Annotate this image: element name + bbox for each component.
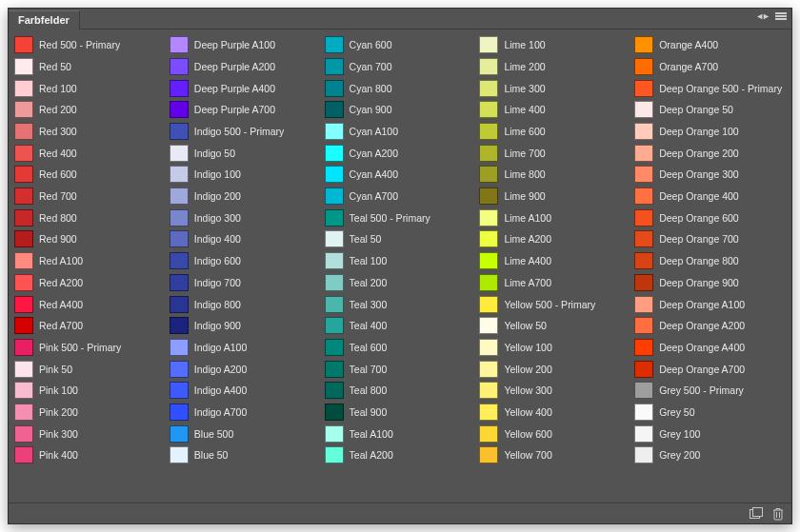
swatch-row[interactable]: Lime 100 [479,35,630,55]
swatch-row[interactable]: Indigo 100 [170,165,321,185]
swatch-row[interactable]: Deep Orange 100 [634,122,786,142]
swatch-row[interactable]: Indigo 200 [170,187,321,207]
swatch-row[interactable]: Cyan 700 [325,57,476,77]
swatch-row[interactable]: Lime A200 [479,229,630,249]
swatch-row[interactable]: Indigo 50 [170,143,321,163]
swatch-row[interactable]: Lime 600 [479,122,630,142]
swatch-row[interactable]: Indigo 600 [170,251,321,271]
swatch-row[interactable]: Red 700 [14,187,166,207]
swatch-row[interactable]: Lime 400 [479,100,630,120]
swatch-row[interactable]: Deep Orange 500 - Primary [634,78,786,98]
swatch-row[interactable]: Red 300 [14,122,166,142]
swatch-row[interactable]: Cyan A200 [325,143,476,163]
swatch-row[interactable]: Yellow 400 [479,403,630,423]
swatch-row[interactable]: Deep Orange 800 [634,251,786,271]
swatch-row[interactable]: Pink 400 [14,445,166,465]
swatch-row[interactable]: Pink 300 [14,424,166,443]
swatch-row[interactable]: Indigo A400 [170,381,321,401]
swatch-row[interactable]: Indigo 800 [170,294,321,314]
swatch-row[interactable]: Red A700 [14,316,166,336]
swatch-row[interactable]: Deep Orange 400 [634,187,786,207]
swatch-row[interactable]: Lime 700 [479,143,630,163]
swatch-row[interactable]: Cyan A400 [325,165,476,185]
swatch-row[interactable]: Teal 100 [325,251,476,271]
swatch-row[interactable]: Red 500 - Primary [14,35,166,55]
swatch-row[interactable]: Indigo A700 [170,403,321,423]
swatch-row[interactable]: Deep Orange A700 [634,359,786,379]
swatch-row[interactable]: Indigo 300 [170,208,321,228]
swatch-row[interactable]: Indigo 900 [170,316,321,336]
swatch-row[interactable]: Indigo A100 [170,338,321,358]
swatch-row[interactable]: Yellow 300 [479,381,630,401]
swatch-row[interactable]: Red A200 [14,273,166,293]
swatch-row[interactable]: Red 100 [14,78,166,98]
swatch-row[interactable]: Red 400 [14,143,166,163]
swatch-row[interactable]: Cyan 800 [325,78,476,98]
swatch-row[interactable]: Orange A700 [634,57,786,77]
swatch-row[interactable]: Yellow 100 [479,338,630,358]
delete-swatch-icon[interactable] [772,507,784,521]
swatch-row[interactable]: Grey 50 [634,403,786,423]
swatch-row[interactable]: Deep Purple A100 [170,35,321,55]
swatch-row[interactable]: Deep Orange A400 [634,338,786,358]
swatch-row[interactable]: Deep Purple A400 [170,78,321,98]
swatch-row[interactable]: Deep Orange 700 [634,229,786,249]
swatch-row[interactable]: Deep Orange 200 [634,143,786,163]
swatch-row[interactable]: Blue 500 [170,424,321,443]
swatch-row[interactable]: Red 900 [14,229,166,249]
swatch-row[interactable]: Yellow 50 [479,316,630,336]
swatch-row[interactable]: Red A400 [14,294,166,314]
swatch-row[interactable]: Yellow 600 [479,424,630,443]
swatch-row[interactable]: Grey 500 - Primary [634,381,786,401]
swatch-row[interactable]: Cyan A700 [325,187,476,207]
swatch-row[interactable]: Teal 700 [325,359,476,379]
swatch-row[interactable]: Cyan 600 [325,35,476,55]
swatch-row[interactable]: Red 800 [14,208,166,228]
swatch-row[interactable]: Red A100 [14,251,166,271]
swatch-row[interactable]: Lime A100 [479,208,630,228]
swatch-row[interactable]: Red 200 [14,100,166,120]
swatch-row[interactable]: Deep Orange 600 [634,208,786,228]
swatch-row[interactable]: Deep Purple A700 [170,100,321,120]
swatch-row[interactable]: Grey 100 [634,424,786,443]
swatch-row[interactable]: Lime A400 [479,251,630,271]
swatch-row[interactable]: Yellow 500 - Primary [479,294,630,314]
swatch-row[interactable]: Indigo 500 - Primary [170,122,321,142]
swatch-row[interactable]: Teal 900 [325,403,476,423]
swatch-row[interactable]: Teal A100 [325,424,476,443]
swatch-row[interactable]: Deep Orange 900 [634,273,786,293]
flyout-menu-icon[interactable] [774,10,788,22]
swatch-row[interactable]: Red 600 [14,165,166,185]
swatch-row[interactable]: Lime 300 [479,78,630,98]
swatch-row[interactable]: Teal 400 [325,316,476,336]
swatch-row[interactable]: Teal 800 [325,381,476,401]
swatch-row[interactable]: Cyan 900 [325,100,476,120]
swatch-row[interactable]: Pink 100 [14,381,166,401]
swatch-row[interactable]: Lime A700 [479,273,630,293]
swatch-row[interactable]: Yellow 700 [479,445,630,465]
swatch-row[interactable]: Pink 500 - Primary [14,338,166,358]
new-swatch-icon[interactable] [750,507,763,520]
swatch-row[interactable]: Deep Orange A200 [634,316,786,336]
swatch-row[interactable]: Lime 200 [479,57,630,77]
swatch-row[interactable]: Teal 300 [325,294,476,314]
collapse-icon[interactable]: ◄► [755,11,769,21]
swatch-row[interactable]: Teal 50 [325,229,476,249]
swatch-row[interactable]: Teal 200 [325,273,476,293]
swatch-row[interactable]: Teal A200 [325,445,476,465]
panel-tab[interactable]: Farbfelder [9,10,80,30]
swatch-row[interactable]: Teal 600 [325,338,476,358]
swatch-row[interactable]: Indigo 400 [170,229,321,249]
swatch-row[interactable]: Cyan A100 [325,122,476,142]
swatch-row[interactable]: Teal 500 - Primary [325,208,476,228]
swatch-row[interactable]: Indigo A200 [170,359,321,379]
swatch-row[interactable]: Indigo 700 [170,273,321,293]
swatch-row[interactable]: Deep Purple A200 [170,57,321,77]
swatch-row[interactable]: Lime 800 [479,165,630,185]
swatch-row[interactable]: Orange A400 [634,35,786,55]
swatch-row[interactable]: Deep Orange 300 [634,165,786,185]
swatch-row[interactable]: Blue 50 [170,445,321,465]
swatch-row[interactable]: Red 50 [14,57,166,77]
swatch-row[interactable]: Deep Orange A100 [634,294,786,314]
swatch-row[interactable]: Grey 200 [634,445,786,465]
